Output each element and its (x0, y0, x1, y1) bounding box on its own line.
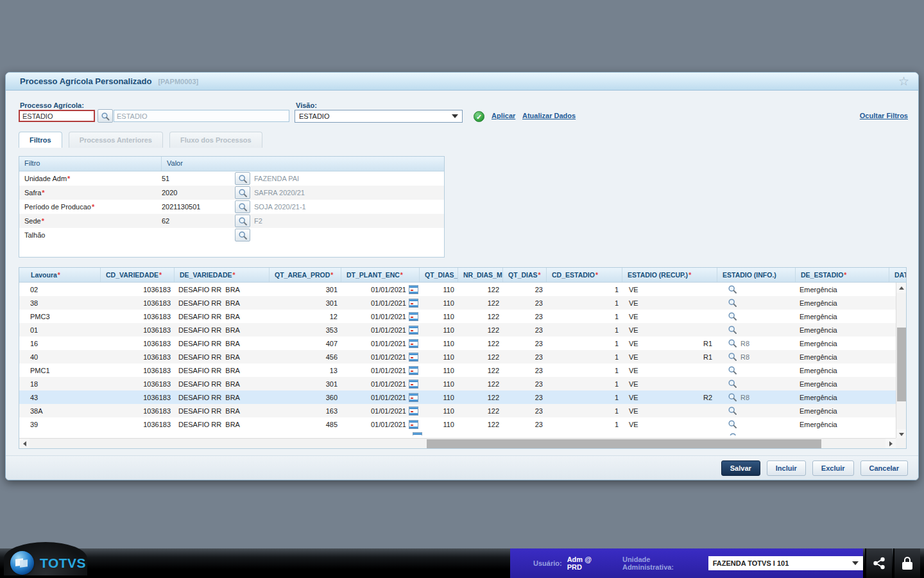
scroll-up-button[interactable] (896, 283, 907, 293)
tab-fluxo-dos-processos: Fluxo dos Processos (169, 132, 262, 148)
estadio-lookup-button[interactable] (728, 365, 737, 375)
grid-row-partial[interactable] (19, 431, 897, 435)
horizontal-scroll-thumb[interactable] (427, 439, 821, 448)
horizontal-scrollbar[interactable] (19, 438, 896, 448)
grid-row-PMC1[interactable]: PMC11036183DESAFIO RR BRA1301/01/2021110… (19, 363, 897, 377)
ocultar-filtros-link[interactable]: Ocultar Filtros (860, 112, 908, 119)
filter-row[interactable]: Unidade Adm* 51 FAZENDA PAI (19, 171, 444, 186)
column-header-cd_variedade[interactable]: CD_VARIEDADE* (101, 268, 175, 282)
filter-value[interactable]: 51 (162, 175, 235, 182)
grid-row-01[interactable]: 011036183DESAFIO RR BRA35301/01/20211101… (19, 323, 897, 337)
calendar-icon[interactable] (409, 366, 418, 375)
cell-de_estadio: Emergência (796, 286, 889, 293)
calendar-icon[interactable] (409, 353, 418, 362)
cell-qt_dias_a: 110 (420, 340, 458, 347)
grid-row-PMC3[interactable]: PMC31036183DESAFIO RR BRA1201/01/2021110… (19, 310, 897, 323)
grid-row-38A[interactable]: 38A1036183DESAFIO RR BRA16301/01/2021110… (19, 404, 897, 417)
cell-qt_area_prod: 353 (270, 326, 341, 334)
cell-nr_dias_m: 122 (458, 367, 503, 374)
favorite-star-icon[interactable]: ☆ (898, 75, 909, 87)
column-header-estadio_info[interactable]: ESTADIO (INFO.) (717, 268, 796, 282)
lock-button[interactable] (893, 548, 920, 578)
estadio-lookup-button[interactable] (728, 352, 737, 362)
column-header-de_estadio[interactable]: DE_ESTADIO* (796, 268, 889, 282)
incluir-button[interactable]: Incluir (767, 460, 806, 476)
column-header-nr_dias_m[interactable]: NR_DIAS_M (458, 268, 503, 282)
filter-row[interactable]: Período de Producao* 2021130501 SOJA 202… (19, 200, 444, 214)
vertical-scrollbar[interactable] (896, 283, 906, 439)
cell-dt-plant-enc: 01/01/2021 (341, 285, 420, 294)
magnifier-icon (728, 338, 737, 348)
cancelar-button[interactable]: Cancelar (860, 460, 908, 476)
estadio-lookup-button[interactable] (728, 419, 737, 429)
filter-row[interactable]: Safra* 2020 SAFRA 2020/21 (19, 186, 444, 200)
tab-filtros[interactable]: Filtros (19, 132, 62, 148)
atualizar-dados-link[interactable]: Atualizar Dados (522, 112, 576, 119)
grid-row-38[interactable]: 381036183DESAFIO RR BRA30101/01/20211101… (19, 296, 897, 310)
grid-row-18[interactable]: 181036183DESAFIO RR BRA30101/01/20211101… (19, 377, 897, 390)
grid-row-40[interactable]: 401036183DESAFIO RR BRA45601/01/20211101… (19, 350, 897, 363)
column-header-qt_dias_b[interactable]: QT_DIAS* (503, 268, 547, 282)
processo-lookup-button[interactable] (98, 109, 113, 123)
calendar-icon[interactable] (409, 393, 418, 402)
share-button[interactable] (865, 548, 892, 578)
calendar-icon[interactable] (409, 339, 418, 348)
cell-lavoura: 38 (19, 299, 101, 307)
estadio-lookup-button[interactable] (728, 338, 737, 348)
calendar-icon[interactable] (409, 285, 418, 294)
salvar-button[interactable]: Salvar (721, 460, 760, 476)
column-header-cd_estadio[interactable]: CD_ESTADIO* (547, 268, 622, 282)
filter-row[interactable]: Sede* 62 F2 (19, 214, 444, 228)
column-header-dt_plant_enc[interactable]: DT_PLANT_ENC* (341, 268, 420, 282)
column-header-estadio_recup[interactable]: ESTADIO (RECUP.)* (622, 268, 717, 282)
grid-row-39[interactable]: 391036183DESAFIO RR BRA48501/01/20211101… (19, 417, 897, 431)
cell-cd_variedade: 1036183 (101, 380, 175, 388)
estadio-lookup-button[interactable] (728, 298, 737, 308)
filter-lookup-button[interactable] (235, 200, 250, 213)
filter-lookup-button[interactable] (235, 186, 250, 199)
unidade-administrativa-select[interactable]: FAZENDA TOTVS I 101 (708, 556, 863, 570)
cell-lavoura: 43 (19, 394, 101, 401)
column-header-lavoura[interactable]: Lavoura* (19, 268, 101, 282)
calendar-icon[interactable] (409, 420, 418, 429)
column-header-qt_dias_a[interactable]: QT_DIAS_ (420, 268, 458, 282)
calendar-icon[interactable] (409, 299, 418, 308)
filter-lookup-button[interactable] (235, 215, 250, 227)
filter-value[interactable]: 62 (162, 217, 235, 225)
filter-lookup-button[interactable] (235, 172, 250, 185)
vertical-scroll-thumb[interactable] (897, 328, 906, 401)
calendar-icon[interactable] (409, 407, 418, 416)
cell-lavoura: PMC1 (19, 367, 101, 374)
filter-lookup-button[interactable] (235, 229, 250, 241)
processo-agricola-input[interactable] (19, 110, 95, 122)
processo-desc-field[interactable] (114, 110, 289, 122)
calendar-icon[interactable] (409, 380, 418, 389)
estadio-lookup-button[interactable] (728, 325, 737, 335)
filter-value[interactable]: 2021130501 (162, 203, 235, 211)
cell-nr_dias_m: 122 (458, 407, 503, 415)
visao-select[interactable]: ESTADIO (295, 110, 463, 123)
estadio-lookup-button[interactable] (728, 285, 737, 294)
column-header-qt_area_prod[interactable]: QT_AREA_PROD* (270, 268, 341, 282)
estadio-lookup-button[interactable] (728, 392, 737, 402)
estadio-lookup-button[interactable] (728, 379, 737, 389)
grid-row-16[interactable]: 161036183DESAFIO RR BRA40701/01/20211101… (19, 337, 897, 350)
scroll-right-button[interactable] (886, 439, 896, 449)
calendar-icon[interactable] (413, 432, 422, 435)
cell-nr_dias_m: 122 (458, 353, 503, 361)
filter-row[interactable]: Talhão (19, 228, 444, 242)
column-header-data[interactable]: DATA (889, 268, 906, 282)
scroll-left-button[interactable] (19, 439, 30, 449)
column-header-de_variedade[interactable]: DE_VARIEDADE* (175, 268, 270, 282)
estadio-lookup-button[interactable] (728, 406, 737, 416)
excluir-button[interactable]: Excluir (812, 460, 854, 476)
cell-de_variedade: DESAFIO RR BRA (175, 380, 270, 388)
calendar-icon[interactable] (409, 326, 418, 335)
cell-de_variedade: DESAFIO RR BRA (175, 353, 270, 361)
estadio-lookup-button[interactable] (728, 311, 737, 321)
filter-value[interactable]: 2020 (162, 189, 235, 197)
aplicar-link[interactable]: Aplicar (492, 112, 515, 119)
grid-row-02[interactable]: 021036183DESAFIO RR BRA30101/01/20211101… (19, 283, 897, 296)
calendar-icon[interactable] (409, 312, 418, 321)
grid-row-43[interactable]: 431036183DESAFIO RR BRA36001/01/20211101… (19, 390, 897, 404)
